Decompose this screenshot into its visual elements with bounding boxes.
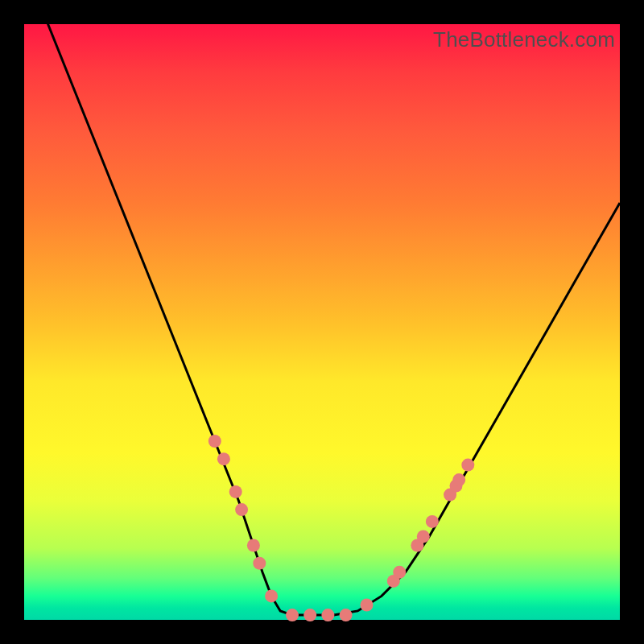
marker-dot bbox=[253, 557, 266, 570]
curve-line bbox=[24, 0, 620, 615]
chart-plot-area: TheBottleneck.com bbox=[24, 24, 620, 620]
marker-dot bbox=[247, 539, 260, 552]
marker-dot bbox=[286, 609, 299, 621]
marker-dot bbox=[321, 609, 334, 621]
marker-dot bbox=[235, 503, 248, 516]
marker-dot bbox=[340, 609, 353, 621]
marker-dot bbox=[303, 609, 316, 621]
chart-stage: TheBottleneck.com bbox=[0, 0, 644, 644]
marker-dot bbox=[208, 435, 221, 448]
marker-dot bbox=[217, 452, 230, 465]
marker-dot bbox=[393, 566, 406, 579]
marker-dot bbox=[417, 530, 430, 543]
marker-dot bbox=[229, 485, 242, 498]
marker-dot bbox=[452, 473, 465, 486]
marker-dot bbox=[426, 515, 439, 528]
chart-overlay bbox=[24, 24, 620, 620]
marker-dot bbox=[265, 589, 278, 602]
marker-dot bbox=[461, 459, 474, 472]
marker-dot bbox=[361, 599, 374, 612]
